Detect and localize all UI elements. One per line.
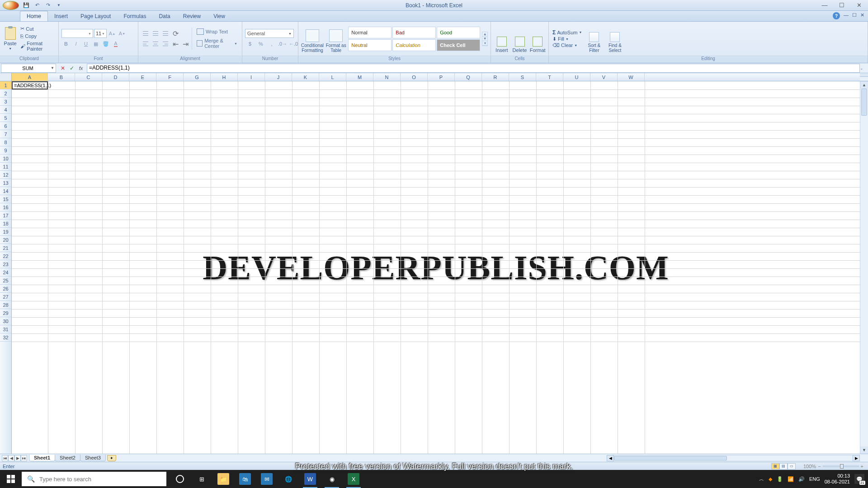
start-button[interactable] <box>0 470 22 488</box>
hscroll-thumb[interactable] <box>614 456 727 460</box>
word-button[interactable]: W <box>300 470 320 488</box>
ribbon-restore-icon[interactable]: ☐ <box>852 12 857 19</box>
delete-cells-button[interactable]: Delete <box>512 24 528 54</box>
col-header-o[interactable]: O <box>401 73 428 81</box>
zoom-out-button[interactable]: − <box>818 464 821 469</box>
col-header-m[interactable]: M <box>346 73 373 81</box>
zoom-slider[interactable] <box>823 465 859 467</box>
style-neutral[interactable]: Neutral <box>348 39 392 51</box>
conditional-formatting-button[interactable]: Conditional Formatting <box>301 24 324 54</box>
col-header-j[interactable]: J <box>265 73 292 81</box>
decrease-indent-button[interactable]: ⇤ <box>171 39 180 48</box>
align-center-button[interactable] <box>151 39 160 48</box>
font-size-input[interactable]: 11▼ <box>94 29 107 38</box>
comma-button[interactable]: , <box>267 39 277 48</box>
zoom-knob[interactable] <box>840 464 844 469</box>
cells-canvas[interactable]: =ADDRESS(1,1) DEVELOPERPUBLISH.COM <box>12 81 860 454</box>
sheet-tab-sheet3[interactable]: Sheet3 <box>80 455 106 461</box>
tab-page-layout[interactable]: Page Layout <box>74 11 117 21</box>
increase-decimal-button[interactable]: .0→ <box>278 39 288 48</box>
decrease-decimal-button[interactable]: ←.0 <box>288 39 298 48</box>
vscroll-thumb[interactable] <box>861 89 867 116</box>
notifications-button[interactable]: 💬21 <box>854 474 864 484</box>
col-header-f[interactable]: F <box>156 73 184 81</box>
row-header-30[interactable]: 30 <box>0 317 11 325</box>
sort-filter-button[interactable]: Sort & Filter <box>585 24 604 54</box>
view-page-break-button[interactable]: ▭ <box>788 463 796 469</box>
col-header-c[interactable]: C <box>75 73 102 81</box>
tray-battery-icon[interactable]: 🔋 <box>777 476 783 482</box>
scroll-up-icon[interactable]: ▲ <box>482 32 487 37</box>
row-header-18[interactable]: 18 <box>0 220 11 228</box>
vertical-scrollbar[interactable]: ▲ ▼ <box>860 81 868 454</box>
col-header-e[interactable]: E <box>129 73 156 81</box>
format-as-table-button[interactable]: Format as Table <box>326 24 346 54</box>
cortana-button[interactable]: ⊞ <box>192 470 212 488</box>
align-bottom-button[interactable] <box>161 29 170 38</box>
format-cells-button[interactable]: Format <box>529 24 546 54</box>
tray-clock[interactable]: 00:13 08-06-2021 <box>825 473 850 485</box>
row-header-5[interactable]: 5 <box>0 114 11 122</box>
fill-color-button[interactable]: 🪣 <box>101 39 110 48</box>
scroll-down-button[interactable]: ▼ <box>860 446 868 454</box>
row-header-31[interactable]: 31 <box>0 325 11 333</box>
cancel-button[interactable]: ✕ <box>59 64 67 72</box>
format-painter-button[interactable]: 🖌Format Painter <box>19 40 56 52</box>
align-left-button[interactable] <box>141 39 150 48</box>
row-header-23[interactable]: 23 <box>0 260 11 268</box>
insert-cells-button[interactable]: Insert <box>494 24 510 54</box>
tab-view[interactable]: View <box>207 11 231 21</box>
row-header-4[interactable]: 4 <box>0 106 11 114</box>
sheet-tab-sheet1[interactable]: Sheet1 <box>29 455 55 461</box>
view-normal-button[interactable]: ▦ <box>771 463 779 469</box>
increase-indent-button[interactable]: ⇥ <box>181 39 190 48</box>
style-gallery-scroll[interactable]: ▲▼▾ <box>482 32 488 46</box>
underline-button[interactable]: U <box>81 39 90 48</box>
number-format-select[interactable]: General▼ <box>245 29 294 38</box>
col-header-w[interactable]: W <box>618 73 645 81</box>
sheet-tab-sheet2[interactable]: Sheet2 <box>55 455 80 461</box>
row-header-17[interactable]: 17 <box>0 211 11 220</box>
style-good[interactable]: Good <box>437 27 480 38</box>
col-header-l[interactable]: L <box>319 73 346 81</box>
row-header-6[interactable]: 6 <box>0 122 11 130</box>
italic-button[interactable]: I <box>71 39 80 48</box>
tab-review[interactable]: Review <box>177 11 207 21</box>
excel-button[interactable]: X <box>344 470 363 488</box>
row-header-25[interactable]: 25 <box>0 277 11 285</box>
minimize-button[interactable]: — <box>818 1 831 9</box>
percent-button[interactable]: % <box>256 39 266 48</box>
align-right-button[interactable] <box>161 39 170 48</box>
col-header-h[interactable]: H <box>211 73 238 81</box>
row-header-13[interactable]: 13 <box>0 179 11 187</box>
style-normal[interactable]: Normal <box>348 27 392 38</box>
sheet-nav-last[interactable]: ⏭ <box>21 455 27 461</box>
bold-button[interactable]: B <box>61 39 71 48</box>
help-icon[interactable]: ? <box>833 12 840 19</box>
copy-button[interactable]: ⎘Copy <box>19 33 56 39</box>
row-header-20[interactable]: 20 <box>0 236 11 244</box>
hscroll-left[interactable]: ◀ <box>607 455 614 461</box>
row-header-8[interactable]: 8 <box>0 138 11 146</box>
scroll-down-icon[interactable]: ▼ <box>482 37 487 41</box>
split-handle-top[interactable] <box>860 73 868 77</box>
row-header-10[interactable]: 10 <box>0 155 11 163</box>
row-header-1[interactable]: 1 <box>0 81 11 89</box>
scroll-more-icon[interactable]: ▾ <box>482 41 487 46</box>
enter-button[interactable]: ✓ <box>68 64 76 72</box>
edge-button[interactable]: 🌐 <box>278 470 298 488</box>
fx-button[interactable]: fx <box>77 64 85 72</box>
save-icon[interactable]: 💾 <box>22 1 31 9</box>
style-check-cell[interactable]: Check Cell <box>437 39 480 51</box>
col-header-t[interactable]: T <box>536 73 563 81</box>
row-header-29[interactable]: 29 <box>0 309 11 317</box>
hscroll-right[interactable]: ▶ <box>853 455 860 461</box>
col-header-b[interactable]: B <box>48 73 75 81</box>
style-bad[interactable]: Bad <box>392 27 436 38</box>
col-header-g[interactable]: G <box>184 73 211 81</box>
explorer-button[interactable]: 📁 <box>213 470 233 488</box>
ribbon-close-icon[interactable]: ✕ <box>860 12 864 19</box>
col-header-r[interactable]: R <box>482 73 509 81</box>
horizontal-scrollbar[interactable]: ◀ ▶ <box>607 455 860 462</box>
tab-home[interactable]: Home <box>20 11 48 21</box>
